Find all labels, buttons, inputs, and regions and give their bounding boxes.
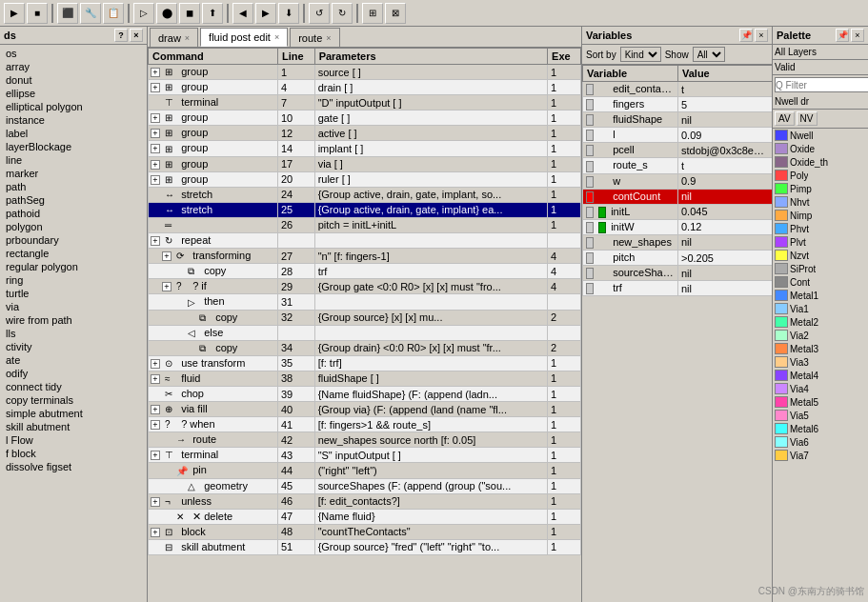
layer-item[interactable]: Nhvt bbox=[773, 195, 868, 209]
toolbar-btn-16[interactable]: ⊠ bbox=[385, 3, 406, 24]
left-list-item[interactable]: lls bbox=[2, 327, 145, 340]
table-row[interactable]: + ⊞ group 10 gate [ ] 1 bbox=[149, 110, 581, 126]
layer-item[interactable]: Via5 bbox=[773, 409, 868, 422]
left-list-item[interactable]: regular polygon bbox=[2, 260, 145, 273]
left-list-item[interactable]: dissolve figset bbox=[2, 460, 145, 473]
left-list-item[interactable]: f block bbox=[2, 447, 145, 460]
toolbar-btn-10[interactable]: ◀ bbox=[232, 3, 253, 24]
toolbar-btn-4[interactable]: 🔧 bbox=[80, 3, 101, 24]
layer-item[interactable]: Via1 bbox=[773, 302, 868, 315]
toolbar-btn-8[interactable]: ◼ bbox=[179, 3, 200, 24]
table-row[interactable]: 📌 pin 44 ("right" "left") 1 bbox=[149, 463, 581, 478]
table-row[interactable]: + ⊙ use transform 35 [f: trf] 1 bbox=[149, 355, 581, 371]
expand-btn[interactable]: + bbox=[151, 528, 160, 537]
toolbar-btn-13[interactable]: ↺ bbox=[309, 3, 330, 24]
layer-item[interactable]: Via6 bbox=[773, 435, 868, 449]
expand-btn[interactable]: + bbox=[151, 129, 160, 138]
layer-item[interactable]: Via3 bbox=[773, 355, 868, 369]
toolbar-btn-14[interactable]: ↻ bbox=[332, 3, 353, 24]
left-list-item[interactable]: connect tidy bbox=[2, 380, 145, 393]
var-row[interactable]: trf nil bbox=[583, 281, 773, 296]
toolbar-btn-12[interactable]: ⬇ bbox=[278, 3, 299, 24]
left-list-item[interactable]: layerBlockage bbox=[2, 140, 145, 153]
left-list-item[interactable]: wire from path bbox=[2, 313, 145, 327]
toolbar-btn-15[interactable]: ⊞ bbox=[362, 3, 383, 24]
left-list-item[interactable]: pathoid bbox=[2, 207, 145, 220]
layer-item[interactable]: Nwell bbox=[773, 129, 868, 142]
expand-btn[interactable]: + bbox=[151, 451, 160, 460]
expand-btn[interactable]: + bbox=[151, 83, 160, 92]
expand-btn[interactable]: + bbox=[151, 236, 160, 246]
expand-btn[interactable]: + bbox=[151, 374, 160, 384]
table-row[interactable]: ⊤ terminal 7 "D" inputOutput [ ] 1 bbox=[149, 95, 581, 110]
left-list-item[interactable]: elliptical polygon bbox=[2, 100, 145, 113]
table-row[interactable]: ✕ ✕ delete 47 {Name fluid} 1 bbox=[149, 509, 581, 524]
tab-fluid-post-edit[interactable]: fluid post edit× bbox=[200, 28, 288, 47]
table-row[interactable]: + ↻ repeat bbox=[149, 233, 581, 249]
layer-item[interactable]: Metal3 bbox=[773, 342, 868, 355]
layer-item[interactable]: Metal5 bbox=[773, 395, 868, 409]
table-row[interactable]: ▷ then 31 bbox=[149, 294, 581, 310]
layer-item[interactable]: Plvt bbox=[773, 235, 868, 249]
expand-btn[interactable]: + bbox=[151, 144, 160, 153]
tab-close-icon[interactable]: × bbox=[326, 33, 331, 43]
layer-item[interactable]: Metal4 bbox=[773, 369, 868, 382]
layer-item[interactable]: Metal1 bbox=[773, 289, 868, 302]
table-row[interactable]: + ⊕ via fill 40 {Group via} (F: (append … bbox=[149, 402, 581, 417]
av-button[interactable]: AV bbox=[775, 111, 795, 126]
left-list-item[interactable]: donut bbox=[2, 73, 145, 87]
left-list-item[interactable]: odify bbox=[2, 367, 145, 380]
var-row[interactable]: sourceShapes nil bbox=[583, 266, 773, 281]
table-row[interactable]: △ geometry 45 sourceShapes (F: (append (… bbox=[149, 478, 581, 493]
var-row[interactable]: l 0.09 bbox=[583, 128, 773, 143]
left-list-item[interactable]: ring bbox=[2, 273, 145, 287]
var-row[interactable]: fingers 5 bbox=[583, 97, 773, 112]
table-row[interactable]: + ⊤ terminal 43 "S" inputOutput [ ] 1 bbox=[149, 448, 581, 463]
left-panel-question-btn[interactable]: ? bbox=[114, 29, 128, 42]
table-row[interactable]: + ≈ fluid 38 fluidShape [ ] 1 bbox=[149, 371, 581, 386]
left-list-item[interactable]: label bbox=[2, 127, 145, 140]
var-row[interactable]: w 0.9 bbox=[583, 173, 773, 189]
table-row[interactable]: + ⊞ group 14 implant [ ] 1 bbox=[149, 141, 581, 156]
table-row[interactable]: + ⊞ group 12 active [ ] 1 bbox=[149, 126, 581, 141]
layer-item[interactable]: Oxide_th bbox=[773, 155, 868, 169]
left-list-item[interactable]: simple abutment bbox=[2, 407, 145, 420]
layer-item[interactable]: Cont bbox=[773, 275, 868, 289]
left-list-item[interactable]: pathSeg bbox=[2, 193, 145, 207]
left-list-item[interactable]: skill abutment bbox=[2, 420, 145, 433]
toolbar-btn-2[interactable]: ■ bbox=[27, 3, 48, 24]
layer-item[interactable]: Via4 bbox=[773, 382, 868, 395]
expand-btn[interactable]: + bbox=[151, 420, 160, 430]
var-row[interactable]: pitch >0.205 bbox=[583, 251, 773, 266]
var-row[interactable]: initW 0.12 bbox=[583, 219, 773, 234]
table-row[interactable]: → route 42 new_shapes source north [f: 0… bbox=[149, 432, 581, 448]
left-list-item[interactable]: path bbox=[2, 180, 145, 193]
toolbar-btn-11[interactable]: ▶ bbox=[255, 3, 276, 24]
table-row[interactable]: + ⟳ transforming 27 "n" [f: fingers-1] 4 bbox=[149, 249, 581, 264]
vars-close-btn[interactable]: × bbox=[755, 29, 768, 42]
var-row[interactable]: fluidShape nil bbox=[583, 112, 773, 128]
table-row[interactable]: ⧉ copy 32 {Group source} [x] [x] mu... 2 bbox=[149, 310, 581, 325]
layers-close-btn[interactable]: × bbox=[851, 29, 864, 42]
layer-item[interactable]: Metal2 bbox=[773, 315, 868, 329]
layers-pin-btn[interactable]: 📌 bbox=[836, 29, 849, 42]
table-row[interactable]: + ? ? if 29 {Group gate <0:0 R0> [x] [x]… bbox=[149, 279, 581, 294]
variables-table-wrapper[interactable]: Variable Value edit_contacts? t fingers … bbox=[582, 65, 772, 602]
expand-btn[interactable]: + bbox=[162, 251, 172, 261]
var-row[interactable]: initL 0.045 bbox=[583, 204, 773, 219]
left-list-item[interactable]: l Flow bbox=[2, 433, 145, 447]
left-list-item[interactable]: via bbox=[2, 300, 145, 313]
tab-draw[interactable]: draw× bbox=[150, 28, 198, 47]
tab-close-icon[interactable]: × bbox=[185, 33, 190, 43]
table-row[interactable]: ↔ stretch 25 {Group active, drain, gate,… bbox=[149, 202, 581, 217]
left-list-item[interactable]: copy terminals bbox=[2, 393, 145, 407]
expand-btn[interactable]: + bbox=[162, 282, 172, 291]
command-table-wrapper[interactable]: Command Line Parameters Exe + ⊞ group 1 … bbox=[148, 48, 581, 602]
expand-btn[interactable]: + bbox=[151, 175, 160, 185]
var-row[interactable]: pcell stdobj@0x3c8e0f08 bbox=[583, 143, 773, 158]
toolbar-btn-5[interactable]: 📋 bbox=[103, 3, 124, 24]
table-row[interactable]: + ⊞ group 1 source [ ] 1 bbox=[149, 65, 581, 80]
table-row[interactable]: ═ 26 pitch = initL+initL 1 bbox=[149, 217, 581, 232]
filter-input[interactable] bbox=[775, 77, 868, 92]
left-list-item[interactable]: ate bbox=[2, 353, 145, 367]
